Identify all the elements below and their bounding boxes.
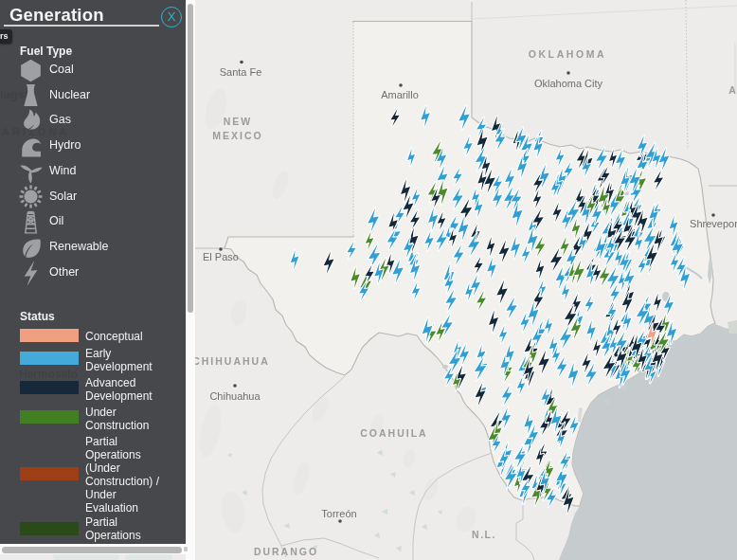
svg-text:CHIHUAHUA: CHIHUAHUA — [192, 355, 270, 367]
svg-text:NEW: NEW — [224, 116, 253, 127]
svg-text:MEXICO: MEXICO — [212, 130, 262, 141]
svg-text:Amarillo: Amarillo — [381, 89, 419, 100]
svg-text:Shreveport: Shreveport — [690, 218, 737, 229]
svg-text:DURANGO: DURANGO — [254, 546, 318, 557]
svg-text:A: A — [728, 84, 737, 96]
svg-text:Oklahoma City: Oklahoma City — [534, 78, 603, 89]
svg-text:OKLAHOMA: OKLAHOMA — [529, 48, 607, 60]
svg-text:El Paso: El Paso — [203, 251, 239, 262]
svg-text:Chihuahua: Chihuahua — [209, 390, 261, 402]
svg-text:Torreón: Torreón — [321, 508, 356, 519]
svg-text:COAHUILA: COAHUILA — [360, 427, 427, 439]
svg-text:Santa Fe: Santa Fe — [220, 66, 262, 78]
svg-text:N.L.: N.L. — [472, 529, 496, 540]
